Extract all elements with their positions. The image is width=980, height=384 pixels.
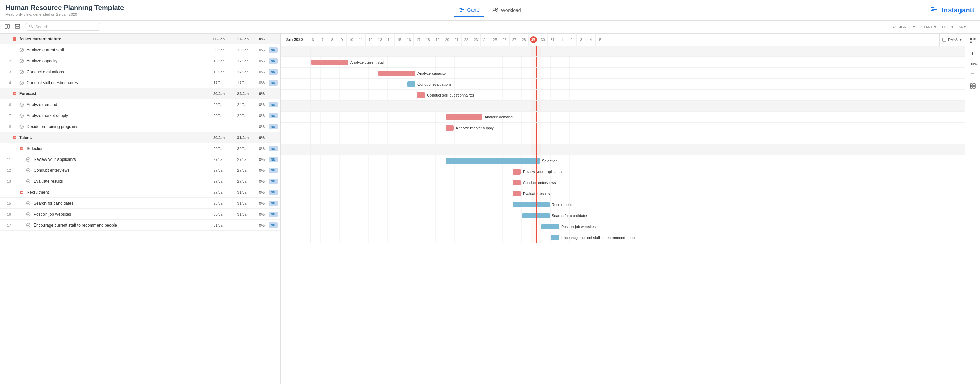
task-row[interactable]: 11 Review your applicants27/Jan27/Jan0%N… [0,154,280,165]
gantt-day-header: 12 [366,33,375,46]
due-sort-icon[interactable]: ▼ [951,25,954,29]
pct-sort-icon[interactable]: ▼ [963,25,966,29]
tab-workload[interactable]: Workload [487,3,527,17]
row-num: 6 [3,103,11,107]
task-row[interactable]: 4 Conduct skill questionnaires17/Jan17/J… [0,77,280,88]
gantt-bar-label: Selection [542,159,557,163]
gantt-row [281,134,965,144]
group-icon[interactable] [18,147,25,151]
assignee-sort-icon[interactable]: ▼ [912,25,915,29]
task-row[interactable]: 15 Search for candidates28/Jan31/Jan0%NN [0,198,280,209]
svg-rect-5 [931,7,934,8]
task-icon[interactable] [18,102,25,107]
task-icon[interactable] [25,223,32,228]
gantt-bar[interactable] [512,191,521,196]
search-input[interactable] [35,25,97,29]
task-row[interactable]: 2 Analyze capacity13/Jan17/Jan0%NN [0,56,280,66]
group-icon[interactable] [18,190,25,194]
search-box[interactable] [26,23,100,31]
branch-icon-btn[interactable] [968,36,977,46]
zoom-out-btn[interactable]: − [969,69,976,79]
task-name: Decide on training programs [25,124,207,129]
gantt-bar[interactable] [407,81,415,87]
gantt-area[interactable]: Jan 2020 DAYS ▼6789101112131415161718192… [281,33,965,384]
task-icon[interactable] [18,70,25,74]
add-column-btn[interactable] [3,22,12,31]
task-row[interactable]: 13 Evaluate results27/Jan27/Jan0%NN [0,176,280,187]
gantt-bar-label: Analyze market supply [456,126,494,130]
gantt-bar[interactable] [522,213,550,218]
svg-rect-47 [970,86,972,88]
task-row[interactable]: 1 Analyze current staff06/Jan10/Jan0%NN [0,45,280,56]
logo-icon [930,5,939,15]
task-row[interactable]: Recruitment27/Jan31/Jan0%NN [0,187,280,198]
task-icon[interactable] [25,179,32,184]
task-icon[interactable] [25,168,32,173]
gantt-bar[interactable] [417,92,425,98]
task-icon[interactable] [18,48,25,53]
gantt-bar[interactable] [512,202,550,207]
gantt-bar[interactable] [311,59,348,65]
task-icon[interactable] [18,80,25,85]
svg-rect-6 [932,8,937,10]
gantt-bar[interactable] [512,180,521,185]
task-name: Asses current status: [19,37,207,41]
task-start: 20/Jan [207,147,231,151]
group-icon[interactable] [11,135,19,140]
nav-back-btn[interactable]: ← [969,22,977,32]
gantt-bar-label: Analyze current staff [350,60,385,64]
task-row[interactable]: Talent:20/Jan31/Jan0% [0,132,280,143]
task-pct: 0% [255,92,269,96]
task-name: Evaluate results [32,179,207,184]
gantt-bar[interactable] [445,158,540,164]
gantt-day-header: 28 [519,33,528,46]
group-icon[interactable] [11,37,19,41]
zoom-in-btn[interactable]: + [969,49,976,59]
gantt-bar[interactable] [551,235,559,240]
gantt-bar[interactable] [445,114,482,120]
gantt-header: Jan 2020 DAYS ▼6789101112131415161718192… [281,33,965,46]
gantt-day-header: 13 [375,33,385,46]
gantt-day-header: 25 [490,33,500,46]
grid-view-btn[interactable] [968,81,977,92]
assignee-badge: NN [269,47,277,53]
start-col-header: START ▼ [918,25,939,29]
gantt-bar[interactable] [541,224,559,229]
task-list: Asses current status:06/Jan17/Jan0%1 Ana… [0,33,281,384]
days-button[interactable]: DAYS ▼ [939,33,965,46]
task-icon[interactable] [25,157,32,162]
task-name: Talent: [19,135,207,140]
start-sort-icon[interactable]: ▼ [934,25,937,29]
task-row[interactable]: Asses current status:06/Jan17/Jan0% [0,33,280,45]
gantt-bar[interactable] [445,125,454,131]
start-label: START [921,25,933,29]
task-name: Recruitment [25,190,207,195]
task-due: 30/Jan [231,147,255,151]
task-row[interactable]: 7 Analyze market supply20/Jan20/Jan0%NN [0,110,280,121]
task-row[interactable]: Forecast:20/Jan24/Jan0% [0,88,280,99]
task-icon[interactable] [18,113,25,118]
task-icon[interactable] [18,124,25,129]
task-name: Analyze capacity [25,59,207,63]
assignee-badge: NN [269,190,277,195]
collapse-btn[interactable] [13,22,22,31]
svg-rect-48 [973,86,975,88]
task-icon[interactable] [25,212,32,217]
task-row[interactable]: 12 Conduct enterviews27/Jan27/Jan0%NN [0,165,280,176]
gantt-bar[interactable] [379,70,415,76]
task-row[interactable]: 17 Encourage current staff to recommend … [0,220,280,231]
task-row[interactable]: 6 Analyze demand20/Jan24/Jan0%NN [0,99,280,110]
due-col-header: DUE ▼ [939,25,956,29]
tab-gantt[interactable]: Gantt [453,3,484,17]
task-row[interactable]: 16 Post on job websites30/Jan31/Jan0%NN [0,209,280,220]
group-icon[interactable] [11,92,19,96]
gantt-bar[interactable] [512,169,521,175]
task-icon[interactable] [18,59,25,63]
task-icon[interactable] [25,201,32,206]
task-row[interactable]: Selection20/Jan30/Jan0%NN [0,143,280,154]
task-row[interactable]: 8 Decide on training programs0%NN [0,121,280,132]
task-pct: 0% [255,135,269,140]
task-pct: 0% [255,70,269,74]
task-row[interactable]: 3 Conduct evaluations16/Jan17/Jan0%NN [0,66,280,77]
row-num: 12 [3,168,11,172]
